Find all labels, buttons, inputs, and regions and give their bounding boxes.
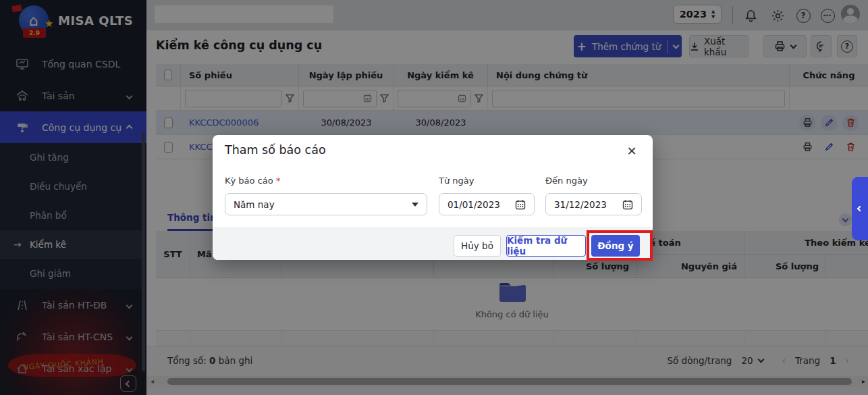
dropdown-caret-icon	[412, 203, 418, 207]
to-date-input[interactable]: 31/12/2023	[545, 193, 642, 215]
agree-button[interactable]: Đồng ý	[591, 235, 640, 257]
from-date-input[interactable]: 01/01/2023	[439, 193, 535, 215]
side-panel-toggle[interactable]	[852, 177, 868, 240]
to-date-label: Đến ngày	[545, 176, 588, 186]
from-date-label: Từ ngày	[439, 176, 474, 186]
period-label: Kỳ báo cáo *	[225, 176, 280, 186]
app-screen: NGÀY QUỐC KHÁNH ⌂ ★ 2.9 MISA QLTS Tổng q…	[0, 0, 868, 395]
check-data-button[interactable]: Kiểm tra dữ liệu	[506, 235, 586, 257]
report-parameters-dialog: Tham số báo cáo ✕ Kỳ báo cáo * Từ ngày Đ…	[213, 135, 653, 260]
dialog-footer: Hủy bỏ Kiểm tra dữ liệu Đồng ý	[213, 227, 653, 260]
report-period-select[interactable]: Năm nay	[225, 193, 427, 215]
calendar-icon	[622, 199, 633, 210]
to-date-value: 31/12/2023	[554, 199, 607, 210]
report-period-value: Năm nay	[234, 199, 275, 210]
calendar-icon	[515, 199, 526, 210]
from-date-value: 01/01/2023	[447, 199, 500, 210]
required-asterisk: *	[276, 176, 281, 186]
close-icon[interactable]: ✕	[623, 142, 641, 159]
cancel-button[interactable]: Hủy bỏ	[454, 235, 501, 257]
chevron-left-icon	[857, 206, 863, 211]
dialog-title: Tham số báo cáo	[225, 143, 326, 157]
